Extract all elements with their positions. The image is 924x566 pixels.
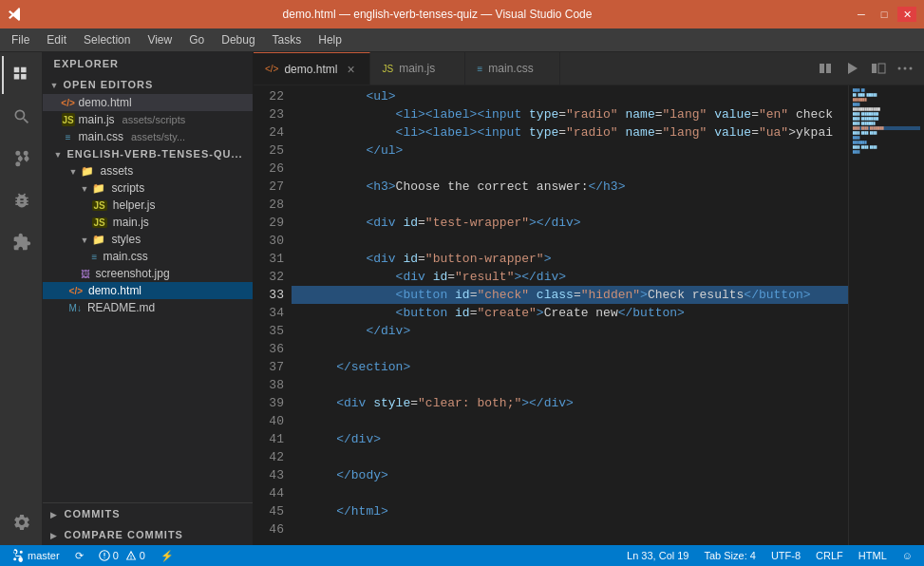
styles-chevron — [81, 233, 89, 246]
code-content[interactable]: <ul> <li><label><input type="radio" name… — [292, 85, 848, 545]
tree-assets[interactable]: 📁 assets — [43, 162, 253, 179]
svg-point-4 — [910, 67, 913, 70]
open-editors-label: OPEN EDITORS — [63, 79, 153, 90]
svg-rect-0 — [872, 64, 877, 73]
code-line-22: <ul> — [292, 87, 848, 105]
file-tree: 📁 assets 📁 scripts JS helper.js JS main.… — [43, 162, 253, 502]
run-button[interactable] — [840, 57, 863, 80]
assets-folder-icon: 📁 — [81, 165, 94, 178]
tab-demo-html[interactable]: </> demo.html × — [254, 52, 371, 85]
menu-selection[interactable]: Selection — [76, 31, 138, 48]
sync-status[interactable]: ⟳ — [71, 550, 87, 562]
svg-rect-1 — [878, 64, 885, 73]
tab-main-js[interactable]: JS main.js — [370, 52, 465, 85]
code-line-43: </body> — [292, 466, 848, 484]
sync-icon: ⟳ — [75, 550, 84, 562]
helper-js-icon: JS — [92, 200, 107, 211]
minimize-button[interactable]: ─ — [852, 7, 871, 22]
minimap-content: ████ ██ ██ ████ ██████ ████████ ████ ███… — [849, 85, 924, 157]
open-editor-main-js[interactable]: JS main.js assets/scripts — [43, 111, 253, 128]
tab-main-css[interactable]: ≡ main.css — [465, 52, 560, 85]
tree-scripts[interactable]: 📁 scripts — [43, 179, 253, 197]
activity-debug[interactable] — [2, 181, 40, 219]
activity-search[interactable] — [2, 98, 40, 136]
ln-43: 43 — [257, 466, 284, 484]
ln-39: 39 — [257, 394, 284, 412]
menu-view[interactable]: View — [140, 31, 179, 48]
open-editors-chevron — [50, 79, 60, 90]
screenshot-icon: 🖼 — [81, 269, 90, 279]
readme-icon: M↓ — [69, 303, 82, 313]
line-ending-status[interactable]: CRLF — [812, 550, 847, 561]
smiley-status[interactable]: ☺ — [898, 550, 916, 561]
code-line-40 — [292, 412, 848, 430]
ln-30: 30 — [257, 232, 284, 250]
explorer-title: EXPLORER — [43, 52, 253, 75]
svg-point-2 — [898, 67, 901, 70]
open-editor-main-css[interactable]: ≡ main.css assets/sty... — [43, 128, 253, 145]
tree-main-css[interactable]: ≡ main.css — [43, 248, 253, 265]
commits-chevron — [50, 508, 57, 519]
tab-bar: </> demo.html × JS main.js ≡ main.css — [254, 52, 924, 85]
main-css-icon: ≡ — [92, 252, 98, 262]
tree-readme[interactable]: M↓ README.md — [43, 299, 253, 316]
tree-demo-html[interactable]: </> demo.html — [43, 282, 253, 299]
compare-commits-section[interactable]: COMPARE COMMITS — [43, 524, 253, 545]
maximize-button[interactable]: □ — [875, 7, 894, 22]
cursor-position[interactable]: Ln 33, Col 19 — [623, 550, 692, 561]
toggle-sidebar-button[interactable] — [867, 57, 890, 80]
tab-demo-html-label: demo.html — [284, 63, 337, 76]
compare-commits-label: COMPARE COMMITS — [65, 529, 183, 540]
ln-41: 41 — [257, 430, 284, 448]
app-logo — [8, 7, 23, 22]
encoding-status[interactable]: UTF-8 — [767, 550, 804, 561]
assets-chevron — [69, 164, 78, 178]
language-status[interactable]: HTML — [855, 550, 891, 561]
activity-source-control[interactable] — [2, 140, 40, 178]
open-editors-header[interactable]: OPEN EDITORS — [43, 75, 253, 94]
menu-edit[interactable]: Edit — [39, 31, 74, 48]
branch-name: master — [28, 550, 60, 561]
activity-settings[interactable] — [2, 503, 40, 541]
activity-extensions[interactable] — [2, 223, 40, 261]
tab-demo-html-icon: </> — [265, 64, 278, 74]
tree-helper-js[interactable]: JS helper.js — [43, 197, 253, 214]
compare-commits-chevron — [50, 529, 57, 540]
window-controls: ─ □ ✕ — [852, 7, 916, 22]
code-line-38 — [292, 376, 848, 394]
smiley-icon: ☺ — [902, 550, 913, 561]
window-title: demo.html — english-verb-tenses-quiz — V… — [23, 8, 852, 21]
close-button[interactable]: ✕ — [897, 7, 916, 22]
menu-help[interactable]: Help — [311, 31, 349, 48]
menu-debug[interactable]: Debug — [214, 31, 262, 48]
split-editor-button[interactable] — [814, 57, 837, 80]
code-line-29: <div id="test-wrapper"></div> — [292, 214, 848, 232]
lightning-status[interactable]: ⚡ — [157, 550, 178, 562]
open-editor-main-css-path: assets/sty... — [131, 131, 185, 142]
tab-main-js-icon: JS — [382, 64, 393, 74]
svg-point-3 — [904, 67, 907, 70]
activity-explorer[interactable] — [2, 56, 40, 94]
menu-go[interactable]: Go — [181, 31, 212, 48]
commits-label: COMMITS — [65, 508, 121, 519]
tree-main-js[interactable]: JS main.js — [43, 214, 253, 231]
error-count: 0 — [113, 550, 119, 561]
tree-screenshot[interactable]: 🖼 screenshot.jpg — [43, 265, 253, 282]
tree-demo-html-label: demo.html — [88, 284, 141, 297]
menu-tasks[interactable]: Tasks — [265, 31, 310, 48]
commits-section[interactable]: COMMITS — [43, 503, 253, 524]
open-editor-demo-html[interactable]: </> demo.html — [43, 94, 253, 111]
tab-size-status[interactable]: Tab Size: 4 — [700, 550, 759, 561]
menu-file[interactable]: File — [4, 31, 37, 48]
project-tree-header[interactable]: ENGLISH-VERB-TENSES-QU... — [43, 145, 253, 162]
tab-main-css-icon: ≡ — [477, 64, 482, 74]
branch-status[interactable]: master — [8, 549, 64, 562]
code-line-41: </div> — [292, 430, 848, 448]
errors-status[interactable]: 0 0 — [95, 550, 149, 561]
tree-styles[interactable]: 📁 styles — [43, 231, 253, 248]
more-actions-button[interactable] — [894, 57, 916, 80]
code-line-44 — [292, 484, 848, 502]
tree-helper-js-label: helper.js — [113, 198, 156, 212]
code-line-35: </div> — [292, 322, 848, 340]
tab-demo-html-close[interactable]: × — [343, 62, 358, 77]
